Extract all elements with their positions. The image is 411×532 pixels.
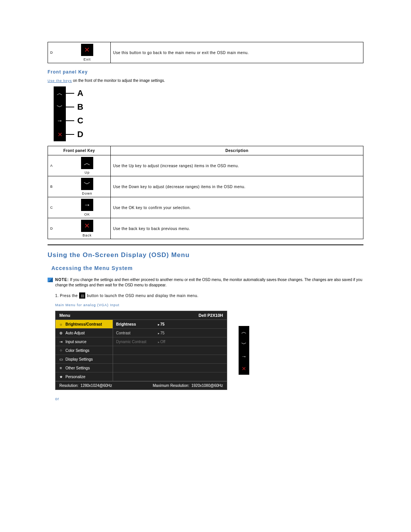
row-letter: A	[48, 155, 64, 176]
close-icon[interactable]: ✕	[239, 363, 249, 375]
note-row: NOTE: If you change the settings and the…	[48, 277, 363, 288]
main-menu-vga-label: Main Menu for analog (VGA) Input	[55, 303, 363, 307]
display-icon: ▭	[59, 357, 63, 361]
step-1: 1. Press the ▤ button to launch the OSD …	[55, 292, 363, 299]
step-text-a: 1. Press the	[55, 294, 78, 298]
step-text-b: button to launch the OSD menu and displa…	[87, 294, 198, 298]
osd-model: Dell P2X10H	[199, 313, 223, 318]
table-header-key: Front panel Key	[48, 146, 111, 155]
input-icon: ⇥	[59, 339, 63, 344]
osd-item-autoadjust[interactable]: ⊕Auto Adjust	[56, 329, 113, 337]
maxres-label: Maximum Resolution:	[153, 383, 189, 388]
osd-row-brightness[interactable]: Brightness75	[113, 320, 227, 329]
menu-button-icon: ▤	[79, 292, 85, 299]
front-panel-para: Use the keys on the front of the monitor…	[48, 78, 363, 83]
panel-labels: A B C D	[66, 86, 83, 141]
note-body: If you change the settings and then eith…	[55, 278, 362, 287]
osd-header: Menu Dell P2X10H	[56, 311, 227, 320]
sliders-icon: ≡	[59, 366, 63, 370]
front-panel-heading: Front panel Key	[48, 69, 363, 75]
res-val: 1280x1024@60Hz	[81, 383, 112, 388]
chevron-down-icon: ﹀	[81, 178, 93, 190]
osd-item-personalize[interactable]: ★Personalize	[56, 372, 113, 381]
osd-heading: Using the On-Screen Display (OSD) Menu	[48, 251, 363, 259]
row-letter: D	[48, 42, 64, 63]
row-desc: Use the OK key to confirm your selection…	[111, 197, 363, 218]
row-letter: B	[48, 176, 64, 197]
front-panel-diagram: ︿ ﹀ → ✕ A B C D	[54, 86, 363, 141]
chevron-up-icon: ︿	[81, 157, 93, 169]
row-desc: Use the Up key to adjust (increase range…	[111, 155, 363, 176]
table-row: D ✕ Back Use the back key to back previo…	[48, 218, 363, 239]
table-row: A ︿ Up Use the Up key to adjust (increas…	[48, 155, 363, 176]
osd-item-color[interactable]: ⁘Color Settings	[56, 346, 113, 355]
note-label: NOTE:	[55, 278, 69, 282]
osd-footer: Resolution: 1280x1024@60Hz Maximum Resol…	[56, 381, 227, 390]
use-the-keys-link[interactable]: Use the keys	[48, 79, 72, 83]
exit-label: Exit	[66, 58, 108, 61]
close-icon: ✕	[54, 128, 66, 141]
section-divider	[48, 244, 363, 245]
row-letter: D	[48, 218, 64, 239]
table-row: C → OK Use the OK key to confirm your se…	[48, 197, 363, 218]
front-panel-text: on the front of the monitor to adjust th…	[72, 78, 165, 83]
osd-row-contrast[interactable]: Contrast75	[113, 329, 227, 337]
arrow-right-icon[interactable]: →	[239, 350, 249, 363]
or-text: or	[55, 397, 363, 401]
osd-panel: Menu Dell P2X10H ☼Brightness/Contrast ⊕A…	[55, 311, 227, 390]
osd-menu-label: Menu	[59, 313, 70, 318]
table-row: B ﹀ Down Use the Down key to adjust (dec…	[48, 176, 363, 197]
arrow-right-icon: →	[54, 114, 66, 128]
exit-desc: Use this button to go back to the main m…	[111, 42, 363, 63]
row-desc: Use the Down key to adjust (decrease ran…	[111, 176, 363, 197]
maxres-val: 1920x1080@60Hz	[191, 383, 223, 388]
osd-item-display[interactable]: ▭Display Settings	[56, 355, 113, 364]
row-label: Up	[66, 171, 108, 174]
note-icon	[48, 278, 53, 282]
palette-icon: ⁘	[59, 348, 63, 353]
note-text: NOTE: If you change the settings and the…	[55, 277, 363, 288]
exit-icon-cell: ✕ Exit	[64, 42, 111, 63]
res-label: Resolution:	[59, 383, 78, 388]
access-heading: Accessing the Menu System	[51, 265, 363, 271]
diagram-label-a: A	[77, 88, 83, 98]
row-label: Down	[66, 192, 108, 195]
diagram-label-b: B	[77, 102, 83, 112]
chevron-up-icon[interactable]: ︿	[239, 326, 249, 338]
close-icon: ✕	[81, 220, 93, 232]
row-desc: Use the back key to back previous menu.	[111, 218, 363, 239]
row-label: Back	[66, 233, 108, 237]
row-letter: C	[48, 197, 64, 218]
panel-strip: ︿ ﹀ → ✕	[54, 86, 66, 141]
star-icon: ★	[59, 374, 63, 379]
osd-right-panel: Brightness75 Contrast75 Dynamic Contrast…	[113, 320, 227, 381]
osd-side-buttons: ︿ ﹀ → ✕	[239, 326, 249, 375]
front-panel-key-table: Front panel Key Description A ︿ Up Use t…	[48, 146, 363, 239]
osd-item-input[interactable]: ⇥Input source	[56, 337, 113, 346]
osd-left-menu: ☼Brightness/Contrast ⊕Auto Adjust ⇥Input…	[56, 320, 113, 381]
chevron-down-icon[interactable]: ﹀	[239, 338, 249, 350]
table-header-desc: Description	[111, 146, 363, 155]
chevron-up-icon: ︿	[54, 86, 66, 100]
osd-item-other[interactable]: ≡Other Settings	[56, 364, 113, 372]
osd-item-brightness[interactable]: ☼Brightness/Contrast	[56, 320, 113, 329]
diagram-label-c: C	[77, 116, 83, 126]
row-label: OK	[66, 212, 108, 216]
sun-icon: ☼	[59, 322, 63, 326]
auto-icon: ⊕	[59, 331, 63, 335]
arrow-right-icon: →	[81, 199, 93, 211]
exit-key-table: D ✕ Exit Use this button to go back to t…	[48, 42, 363, 63]
close-icon: ✕	[81, 44, 93, 56]
chevron-down-icon: ﹀	[54, 100, 66, 114]
diagram-label-d: D	[77, 129, 83, 139]
osd-row-dynamic: Dynamic ContrastOff	[113, 337, 227, 346]
